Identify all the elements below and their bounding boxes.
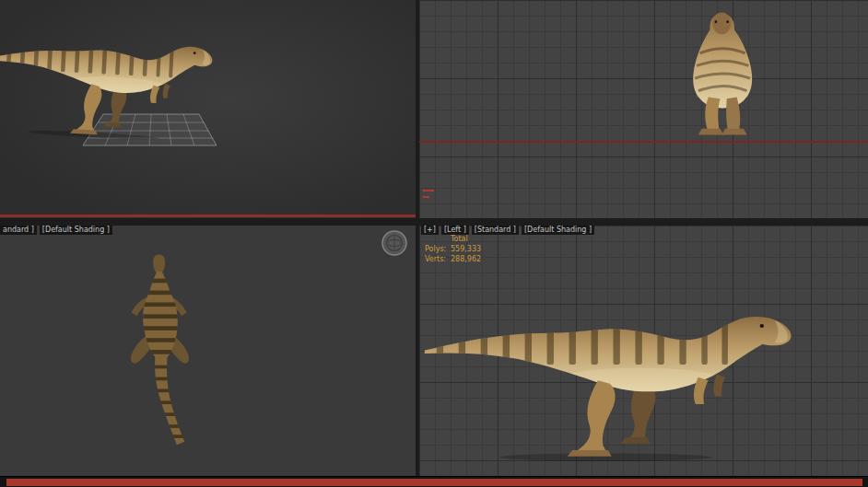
stats-polys-label: Polys: [425, 244, 451, 254]
timeline-track[interactable] [0, 476, 868, 487]
viewport-label-bottom-left: andard ] [Default Shading ] [0, 226, 112, 235]
navigation-wheel-icon[interactable] [381, 229, 408, 257]
stats-polys-value: 559,333 [451, 244, 481, 254]
viewport-front[interactable] [419, 0, 868, 218]
ground-line [419, 141, 868, 143]
viewport-menu-shading[interactable]: [Default Shading ] [522, 226, 594, 235]
dinosaur-model-perspective[interactable] [0, 27, 228, 145]
viewport-label-standard[interactable]: andard ] [0, 226, 37, 235]
timeline-slider[interactable] [6, 479, 862, 486]
viewport-top[interactable]: andard ] [Default Shading ] [0, 226, 416, 476]
scene-statistics: Total Polys:559,333 Verts:288,962 [425, 234, 481, 264]
stats-verts-label: Verts: [425, 254, 451, 264]
dinosaur-model-side[interactable] [423, 303, 814, 461]
viewport-splitter-horizontal[interactable] [0, 218, 868, 226]
stats-total-header: Total [451, 234, 468, 244]
viewport-perspective[interactable] [0, 0, 416, 218]
viewport-label-shading[interactable]: [Default Shading ] [40, 226, 112, 235]
viewport-bottom-red-line [0, 215, 416, 217]
dinosaur-model-top[interactable] [120, 253, 205, 448]
axis-tripod-icon [421, 188, 440, 201]
application-window: andard ] [Default Shading ] [0, 0, 868, 487]
viewport-left[interactable]: [+] [Left ] [Standard ] [Default Shading… [419, 226, 868, 476]
stats-verts-value: 288,962 [451, 254, 481, 264]
dinosaur-model-front[interactable] [670, 9, 779, 143]
